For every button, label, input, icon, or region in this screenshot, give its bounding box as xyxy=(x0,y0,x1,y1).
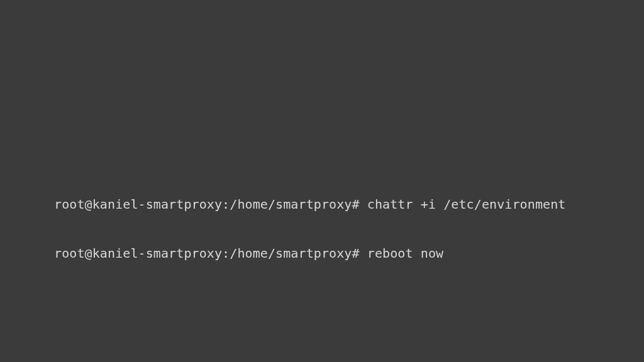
shell-prompt: root@kaniel-smartproxy:/home/smartproxy# xyxy=(54,246,367,261)
terminal-line: root@kaniel-smartproxy:/home/smartproxy#… xyxy=(54,196,565,212)
shell-command: chattr +i /etc/environment xyxy=(367,197,566,212)
terminal-output[interactable]: root@kaniel-smartproxy:/home/smartproxy#… xyxy=(54,163,565,278)
shell-prompt: root@kaniel-smartproxy:/home/smartproxy# xyxy=(54,197,367,212)
shell-command: reboot now xyxy=(367,246,443,261)
terminal-line: root@kaniel-smartproxy:/home/smartproxy#… xyxy=(54,245,565,261)
